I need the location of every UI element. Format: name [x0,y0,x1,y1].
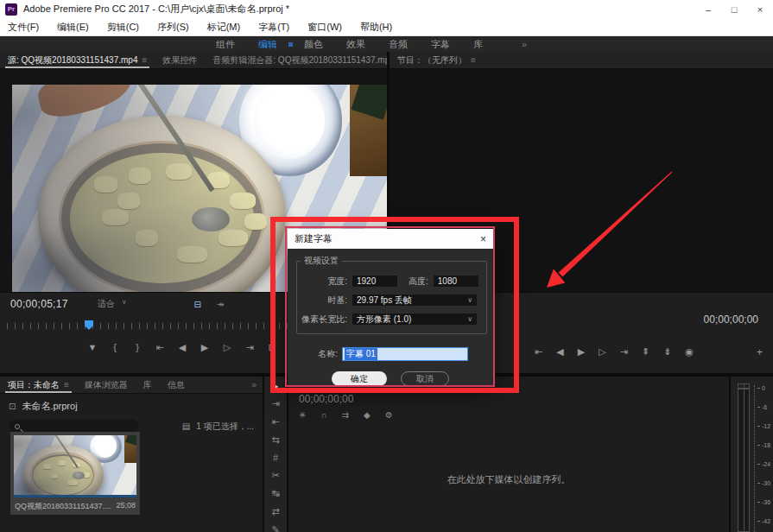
mark-out-icon[interactable]: } [132,342,143,353]
export-frame-icon[interactable]: ◉ [685,346,694,358]
ripple-edit-tool[interactable]: ⇤ [271,416,279,428]
program-timecode[interactable]: 00;00;00;00 [704,314,758,326]
step-back-icon[interactable]: ◀ [177,342,187,353]
slip-tool[interactable]: ↹ [271,488,279,499]
slide-tool[interactable]: ⇄ [271,506,279,517]
meter-tick-label: -30 [757,480,770,499]
panel-menu-icon[interactable]: ≡ [471,55,476,65]
play-icon[interactable]: ▶ [578,346,585,358]
program-panel-tabs: 节目：（无序列） ≡ [390,52,773,69]
snap-icon[interactable]: ∩ [320,410,326,420]
meter-tick-label: -42 [757,518,770,532]
tab-project[interactable]: 项目：未命名 ≡ [0,377,77,393]
workspace-overflow-icon[interactable]: » [522,39,527,49]
dialog-close-icon[interactable]: × [480,233,486,245]
cancel-button[interactable]: 取消 [401,371,449,386]
clip-thumbnail[interactable] [14,435,136,497]
workspace-tab-assembly[interactable]: 组件 [216,38,235,51]
button-editor-icon[interactable]: + [757,346,763,358]
clip-item[interactable]: QQ视频20180331151437.... 25;08 [10,432,140,515]
menu-item[interactable]: 剪辑(C) [107,21,139,34]
workspace-tab-titles[interactable]: 字幕 [431,38,450,51]
tab-program-monitor[interactable]: 节目：（无序列） ≡ [390,52,484,68]
workspace-tab-audio[interactable]: 音频 [389,38,408,51]
height-field[interactable]: 1080 [433,275,479,288]
selection-tool[interactable]: ► [271,381,281,391]
panel-menu-icon[interactable]: ≡ [64,380,69,390]
clip-name[interactable]: QQ视频20180331151437.... [15,501,111,512]
workspace-tab-editing[interactable]: 编辑 [258,38,277,51]
dialog-title-bar[interactable]: 新建字幕 × [288,229,493,249]
extract-icon[interactable]: ⇟ [663,346,671,358]
menu-item[interactable]: 编辑(E) [57,21,89,34]
timeline-settings-icon[interactable]: ⚙ [385,410,393,420]
monitor-settings-icon[interactable]: ⊟ [194,300,201,309]
go-to-in-icon[interactable]: ⇤ [535,346,542,358]
menu-item[interactable]: 字幕(T) [258,21,289,34]
track-select-forward-tool[interactable]: ⇥ [271,398,279,409]
menu-item[interactable]: 帮助(H) [360,21,392,34]
go-to-out-icon[interactable]: ⇥ [244,342,255,353]
razor-tool[interactable]: ✂ [271,470,279,481]
panel-overflow-icon[interactable]: » [251,380,257,390]
panel-menu-icon[interactable]: ≡ [142,55,147,65]
search-input[interactable] [9,420,138,433]
width-field[interactable]: 1920 [352,275,398,288]
mark-in-icon[interactable]: { [110,342,120,353]
tab-libraries[interactable]: 库 [136,377,160,393]
new-title-dialog: 新建字幕 × 视频设置 宽度: 1920 高度: 1080 时基: 29.97 … [288,229,493,385]
lift-icon[interactable]: ⇞ [642,346,649,358]
play-icon[interactable]: ▶ [200,342,210,353]
menu-item[interactable]: 窗口(W) [307,21,342,34]
menu-item[interactable]: 序列(S) [157,21,189,34]
add-marker-icon[interactable]: ◆ [364,410,371,420]
playback-settings-icon[interactable]: ↠ [217,300,224,309]
add-marker-icon[interactable]: ▼ [87,342,98,353]
step-back-icon[interactable]: ◀ [556,346,563,358]
window-title: Adobe Premiere Pro CC 2017 - C:\用户\cjx\桌… [23,3,289,16]
timeline-timecode[interactable]: 00;00;00;00 [299,393,353,405]
go-to-in-icon[interactable]: ⇤ [155,342,165,353]
menu-item[interactable]: 文件(F) [8,21,39,34]
meter-tick-label: -6 [757,404,770,423]
minimize-button[interactable]: – [695,4,721,15]
width-label: 宽度: [297,276,347,288]
insert-icon[interactable]: ⊞ [267,342,277,353]
tab-effect-controls[interactable]: 效果控件 [155,52,205,68]
chevron-down-icon: ∨ [122,298,127,310]
tab-audio-clip-mixer[interactable]: 音频剪辑混合器: QQ视频20180331151437.mp4 [205,52,387,68]
timebase-select[interactable]: 29.97 fps 丢帧 ∨ [352,294,478,307]
menu-bar: 文件(F) 编辑(E) 剪辑(C) 序列(S) 标记(M) 字幕(T) 窗口(W… [0,18,773,36]
timeline-empty-message: 在此处放下媒体以创建序列。 [288,473,729,486]
workspace-tab-effects[interactable]: 效果 [346,38,365,51]
go-to-out-icon[interactable]: ⇥ [620,346,628,358]
project-breadcrumb[interactable]: ⊡ 未命名.prproj [9,400,263,413]
step-forward-icon[interactable]: ▷ [599,346,605,358]
insert-nest-icon[interactable]: ✳ [299,410,306,420]
clip-scrub-bar[interactable] [14,495,136,497]
rolling-edit-tool[interactable]: ⇆ [271,434,279,446]
tab-source-monitor[interactable]: 源: QQ视频20180331151437.mp4 ≡ [0,52,155,68]
rate-stretch-tool[interactable]: # [273,453,278,463]
timeline-toolbar: ✳ ∩ ⇉ ◆ ⚙ [299,410,393,420]
pixel-aspect-select[interactable]: 方形像素 (1.0) ∨ [352,313,478,326]
source-timecode[interactable]: 00;00;05;17 [10,298,68,310]
maximize-button[interactable]: □ [721,4,747,15]
pixel-aspect-label: 像素长宽比: [297,314,347,326]
selected-text: 字幕 01 [345,348,377,360]
chevron-down-icon: ∨ [467,315,472,323]
title-name-field[interactable]: 字幕 01 [342,347,468,361]
workspace-tab-color[interactable]: 颜色 [304,38,323,51]
close-button[interactable]: × [747,4,773,15]
menu-item[interactable]: 标记(M) [207,21,241,34]
filmstrip-icon[interactable]: ▤ [182,421,190,431]
linked-selection-icon[interactable]: ⇉ [342,410,349,420]
clip-duration: 25;08 [116,501,136,512]
ok-button[interactable]: 确定 [332,371,387,386]
pen-tool[interactable]: ✎ [271,524,279,532]
step-forward-icon[interactable]: ▷ [222,342,232,353]
tab-media-browser[interactable]: 媒体浏览器 [77,377,136,393]
zoom-level-select[interactable]: 适合 ∨ [98,298,127,310]
tab-info[interactable]: 信息 [160,377,193,393]
workspace-tab-libraries[interactable]: 库 [473,38,483,51]
